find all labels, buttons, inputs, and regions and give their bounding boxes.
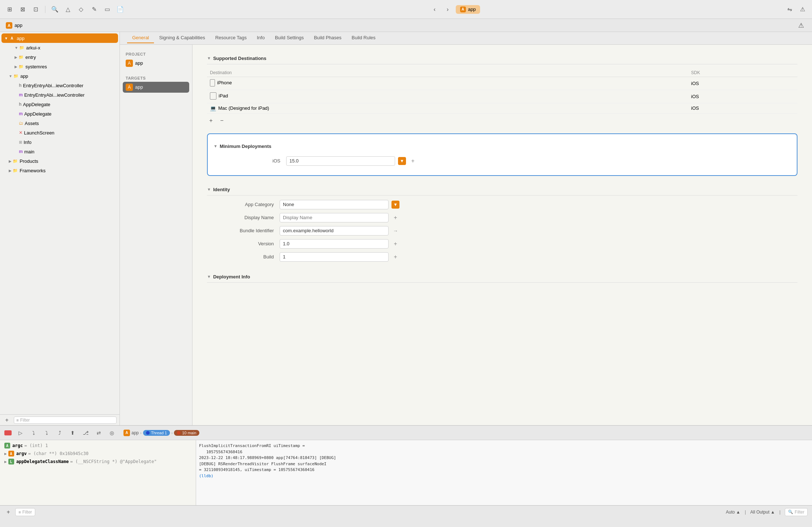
deploy-ios-dropdown[interactable]: ▼	[398, 157, 406, 165]
debug-var-argc: A argc = (int) 1	[0, 442, 196, 450]
panel-project-app[interactable]: A app	[120, 58, 192, 69]
path-app-label: app	[15, 23, 23, 28]
sidebar-item-products[interactable]: ▶ 📁 Products	[0, 156, 119, 166]
tab-general[interactable]: General	[127, 33, 154, 43]
thread-badge: Thread 1	[143, 430, 170, 436]
breadcrumb-app-label: app	[131, 430, 139, 435]
record-icon[interactable]	[4, 430, 12, 435]
sidebar-item-appdelegate-m[interactable]: m AppDelegate	[0, 109, 119, 118]
play-icon[interactable]: ▷	[16, 429, 25, 437]
sidebar-item-info[interactable]: ⊞ Info	[0, 137, 119, 147]
deploy-ios-plus[interactable]: +	[409, 157, 417, 165]
status-filter-icon: ≡	[19, 510, 21, 514]
output-selector[interactable]: All Output ▲	[750, 510, 775, 515]
stepdown-icon[interactable]: ⤵	[42, 429, 51, 437]
dest-mac: 💻 Mac (Designed for iPad)	[207, 103, 688, 113]
info-icon: ⊞	[19, 140, 22, 145]
col-sdk: SDK	[688, 69, 797, 77]
display-name-plus[interactable]: +	[391, 214, 399, 222]
build-input[interactable]	[280, 252, 389, 262]
app-category-input[interactable]	[280, 200, 389, 209]
h-icon-2: h	[19, 102, 21, 107]
build-plus[interactable]: +	[391, 253, 399, 261]
path-item-app: A app	[6, 22, 23, 29]
warning2-icon[interactable]: ⚠	[797, 4, 808, 15]
grid-icon[interactable]: ⊞	[4, 4, 15, 15]
dest-actions: + −	[207, 117, 797, 125]
var-name-appdelegate: appDelegateClassName	[16, 459, 69, 464]
nav-forward-icon[interactable]: ›	[443, 4, 453, 15]
tab-build-phases[interactable]: Build Phases	[309, 33, 346, 43]
sidebar-info-label: Info	[24, 140, 32, 145]
stepover-icon[interactable]: ⤵	[29, 429, 38, 437]
attach-icon[interactable]: ⎇	[81, 429, 90, 437]
remove-destination-btn[interactable]: −	[218, 117, 226, 125]
app-root-icon: A	[9, 35, 15, 41]
share-icon[interactable]: ⇄	[94, 429, 103, 437]
tab-build-settings[interactable]: Build Settings	[270, 33, 309, 43]
sidebar-item-assets[interactable]: 🗂 Assets	[0, 118, 119, 128]
tab-info[interactable]: Info	[252, 33, 270, 43]
nav-back-icon[interactable]: ‹	[430, 4, 440, 15]
search-icon[interactable]: 🔍	[50, 4, 60, 15]
display-name-input[interactable]	[280, 213, 389, 222]
inspector-toggle[interactable]: ⚠	[796, 20, 806, 31]
stepup-icon[interactable]: ⤴	[55, 429, 64, 437]
stamp-icon[interactable]: ✎	[89, 4, 99, 15]
sidebar-item-appdelegate-h[interactable]: h AppDelegate	[0, 100, 119, 109]
console-line-2: 105755674360416	[199, 449, 809, 455]
sidebar-item-systemres[interactable]: ▶ 📁 systemres	[0, 62, 119, 71]
bundle-id-value: →	[280, 226, 797, 236]
status-add-btn[interactable]: +	[4, 508, 12, 516]
rect-icon[interactable]: ▭	[102, 4, 112, 15]
project-section-title: PROJECT	[120, 49, 192, 58]
diamond-icon[interactable]: ◇	[76, 4, 86, 15]
debugger: ▷ ⤵ ⤵ ⤴ ⬆ ⎇ ⇄ ◎ A app › Thread 1 › 10 ma…	[0, 425, 812, 505]
sidebar-item-frameworks[interactable]: ▶ 📁 Frameworks	[0, 166, 119, 175]
folder-icon-arkuix: 📁	[19, 45, 25, 51]
version-plus[interactable]: +	[391, 240, 399, 248]
stepback-icon[interactable]: ⬆	[68, 429, 77, 437]
panel-target-app[interactable]: A app	[123, 82, 189, 93]
tab-build-rules[interactable]: Build Rules	[346, 33, 381, 43]
expand-appdelegate[interactable]: ▶	[4, 459, 7, 464]
hierarchy-icon[interactable]: ⊡	[31, 4, 41, 15]
section-deployment-info: ▼ Deployment Info	[207, 270, 797, 283]
debug-variables: A argc = (int) 1 ▶ A argv = (char **) 0x…	[0, 440, 196, 505]
breadcrumb-sep-1: ›	[140, 431, 142, 435]
console-line-lldb: (lldb)	[199, 473, 809, 479]
sidebar-add-btn[interactable]: +	[3, 416, 11, 424]
sidebar: ▼ A app ▼ 📁 arkui-x ▶ 📁 entry	[0, 32, 120, 425]
doc-icon[interactable]: 📄	[115, 4, 125, 15]
tab-signing[interactable]: Signing & Capabilities	[154, 33, 210, 43]
sidebar-item-arkuix[interactable]: ▼ 📁 arkui-x	[0, 43, 119, 52]
add-destination-btn[interactable]: +	[207, 117, 215, 125]
sidebar-filter[interactable]: ≡ Filter	[14, 417, 117, 424]
sidebar-item-entry[interactable]: ▶ 📁 entry	[0, 52, 119, 62]
sidebar-item-app-group[interactable]: ▼ 📁 app	[0, 71, 119, 81]
table-row: 💻 Mac (Designed for iPad) iOS	[207, 103, 797, 113]
warning-icon[interactable]: △	[63, 4, 73, 15]
stop-icon[interactable]: ⊠	[17, 4, 28, 15]
bundle-id-arrow[interactable]: →	[391, 227, 399, 235]
sidebar-appdelegate-m-label: AppDelegate	[24, 111, 52, 117]
sidebar-item-app-root[interactable]: ▼ A app	[1, 33, 118, 43]
sidebar-item-entry-h[interactable]: h EntryEntryAbi...iewController	[0, 81, 119, 90]
thread-label: Thread 1	[151, 431, 167, 435]
deploy-ios-input[interactable]	[286, 156, 395, 166]
sidebar-item-main[interactable]: m main	[0, 147, 119, 156]
tab-resource-tags[interactable]: Resource Tags	[210, 33, 252, 43]
locate-icon[interactable]: ◎	[107, 429, 116, 437]
mac-icon: 💻	[210, 105, 216, 111]
dest-iphone-sdk: iOS	[688, 77, 797, 90]
sidebar-entry-label: entry	[25, 55, 36, 60]
app-category-dropdown[interactable]: ▼	[391, 201, 399, 209]
sidebar-item-launchscreen[interactable]: ✕ LaunchScreen	[0, 128, 119, 137]
chevron-app-group: ▼	[9, 74, 12, 78]
sidebar-item-entry-m[interactable]: m EntryEntryAbi...iewController	[0, 90, 119, 100]
expand-argv[interactable]: ▶	[4, 451, 7, 456]
path-app-icon: A	[6, 22, 12, 29]
split-icon[interactable]: ⇋	[784, 4, 795, 15]
bundle-id-input[interactable]	[280, 226, 389, 236]
version-input[interactable]	[280, 239, 389, 249]
